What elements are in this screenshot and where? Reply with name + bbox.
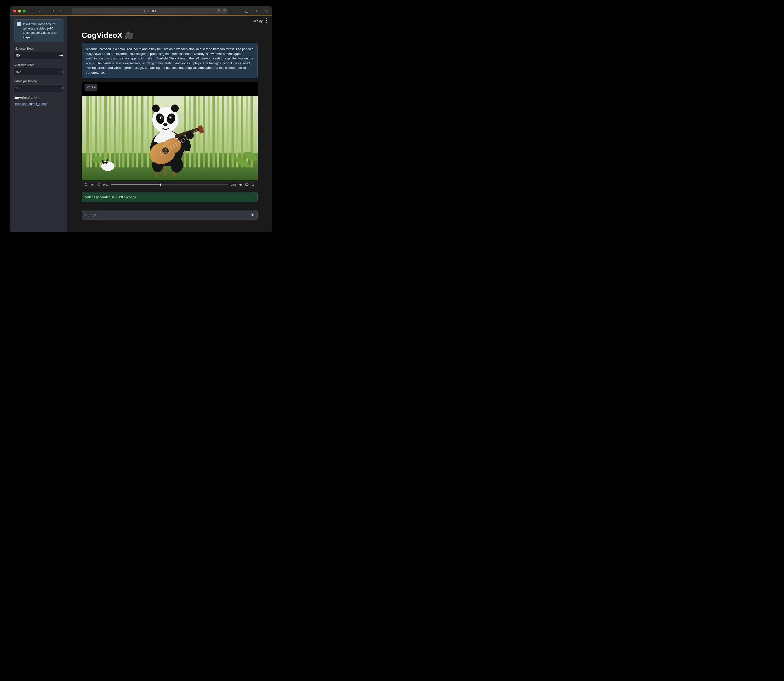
inference-steps-decrement[interactable]: −	[59, 52, 61, 59]
close-window-button[interactable]	[13, 10, 16, 13]
svg-point-58	[152, 105, 160, 112]
sidebar-toggle-icon[interactable]	[30, 8, 35, 14]
svg-point-47	[101, 160, 103, 162]
guidance-scale-decrement[interactable]: −	[59, 68, 61, 76]
new-tab-icon[interactable]	[254, 8, 259, 14]
window-controls	[13, 10, 25, 13]
svg-rect-18	[132, 96, 134, 168]
svg-rect-27	[241, 96, 243, 168]
inference-steps-stepper[interactable]: − +	[14, 52, 63, 59]
svg-rect-38	[208, 96, 210, 168]
status-success: Videos generated in 89.08 seconds.	[82, 192, 258, 202]
page-title: CogVideoX 🎥	[82, 31, 258, 40]
fullscreen-icon[interactable]	[87, 85, 90, 90]
translate-icon[interactable]	[217, 9, 221, 13]
main-content: Deploy ••• CogVideoX 🎥 A panda, dressed …	[67, 16, 272, 232]
info-icon: i	[17, 22, 21, 26]
reload-icon[interactable]	[223, 9, 226, 13]
inference-steps-increment[interactable]: +	[61, 52, 63, 59]
svg-point-65	[169, 117, 171, 119]
svg-rect-26	[232, 96, 234, 168]
video-toolbar	[85, 84, 98, 91]
svg-marker-76	[92, 184, 93, 186]
svg-rect-25	[222, 96, 224, 168]
download-link[interactable]: Download output_1.mp4	[14, 102, 47, 106]
downloads-heading: Download Links:	[14, 96, 63, 100]
inference-steps-label: Inference Steps	[14, 47, 63, 50]
svg-rect-31	[109, 96, 111, 168]
prompt-description: A panda, dressed in a small, red jacket …	[82, 43, 258, 78]
chevron-down-icon[interactable]	[37, 8, 43, 14]
minimize-window-button[interactable]	[18, 10, 21, 13]
svg-point-56	[171, 157, 183, 173]
svg-rect-24	[212, 96, 215, 168]
prompt-input[interactable]	[85, 213, 251, 217]
svg-rect-39	[217, 96, 219, 168]
share-icon[interactable]	[244, 8, 250, 14]
info-text: It will take some time to generate a vid…	[23, 22, 60, 40]
duration: 0:06	[231, 183, 236, 186]
guidance-scale-input[interactable]	[14, 70, 59, 74]
guidance-scale-increment[interactable]: +	[61, 68, 63, 76]
svg-rect-41	[236, 96, 239, 168]
send-icon[interactable]	[251, 213, 255, 217]
guidance-scale-stepper[interactable]: − +	[14, 68, 63, 76]
tabs-icon[interactable]	[263, 8, 269, 14]
videos-per-prompt-increment[interactable]: +	[61, 85, 63, 92]
svg-rect-14	[95, 96, 97, 168]
videos-per-prompt-input[interactable]	[14, 86, 59, 90]
svg-rect-40	[227, 96, 229, 168]
address-text: 127.0.0.1	[144, 10, 156, 13]
browser-window: 127.0.0.1 i	[10, 7, 272, 232]
pip-icon[interactable]	[92, 85, 96, 90]
maximize-window-button[interactable]	[23, 10, 25, 13]
titlebar: 127.0.0.1	[10, 7, 272, 15]
svg-point-59	[171, 105, 179, 112]
svg-point-64	[161, 117, 162, 119]
deploy-button[interactable]: Deploy	[253, 19, 262, 23]
more-controls-icon[interactable]	[251, 183, 255, 187]
svg-point-46	[105, 162, 107, 164]
svg-rect-34	[136, 96, 138, 168]
svg-rect-33	[127, 96, 129, 168]
prompt-input-row	[82, 210, 258, 220]
kebab-menu-icon[interactable]: •••	[266, 18, 267, 24]
play-icon[interactable]	[91, 183, 94, 187]
svg-rect-19	[141, 96, 144, 168]
title-text: CogVideoX	[82, 31, 122, 40]
svg-rect-0	[31, 10, 34, 12]
rewind-icon[interactable]	[85, 183, 88, 187]
svg-rect-17	[122, 96, 125, 168]
svg-rect-16	[114, 96, 115, 168]
video-player[interactable]: 0:02 0:06	[82, 82, 258, 188]
address-bar[interactable]: 127.0.0.1	[72, 8, 228, 14]
guidance-scale-label: Guidance Scale	[14, 63, 63, 67]
videos-per-prompt-label: Videos per Prompt	[14, 79, 63, 83]
svg-point-66	[163, 123, 168, 126]
videos-per-prompt-decrement[interactable]: −	[59, 85, 61, 92]
svg-point-48	[106, 159, 108, 161]
video-controls: 0:02 0:06	[82, 181, 258, 189]
current-time: 0:02	[103, 183, 108, 186]
svg-rect-15	[104, 96, 107, 168]
svg-rect-32	[119, 96, 120, 168]
svg-point-75	[186, 131, 194, 139]
videos-per-prompt-stepper[interactable]: − +	[14, 84, 63, 92]
svg-rect-29	[90, 96, 92, 168]
svg-marker-77	[239, 184, 241, 186]
svg-line-6	[89, 86, 89, 87]
back-button[interactable]	[51, 8, 56, 14]
forward-skip-icon[interactable]	[97, 183, 100, 187]
volume-icon[interactable]	[239, 183, 242, 187]
svg-rect-9	[94, 87, 95, 88]
svg-rect-5	[266, 10, 267, 12]
forward-button[interactable]	[58, 8, 63, 14]
camera-icon: 🎥	[125, 31, 134, 40]
inference-steps-input[interactable]	[14, 54, 59, 57]
svg-rect-13	[87, 96, 89, 168]
topbar: Deploy •••	[67, 16, 272, 26]
seek-bar[interactable]	[111, 184, 228, 185]
svg-rect-10	[82, 82, 258, 96]
svg-rect-30	[100, 96, 101, 168]
airplay-icon[interactable]	[245, 183, 248, 187]
